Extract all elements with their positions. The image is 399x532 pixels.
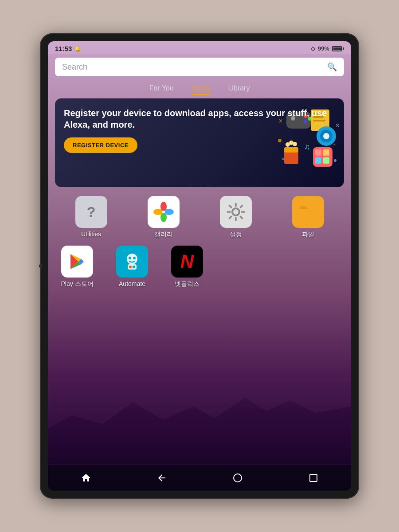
register-card: Register your device to download apps, a… xyxy=(55,98,344,187)
nav-recents-button[interactable] xyxy=(229,469,246,487)
notification-icon: 🔔 xyxy=(74,46,81,52)
gallery-label: 갤러리 xyxy=(154,231,173,239)
tab-for-you[interactable]: For You xyxy=(149,84,174,94)
search-bar[interactable]: Search 🔍 xyxy=(55,58,344,76)
nav-home-button[interactable] xyxy=(77,469,95,487)
app-grid-row-2: Play 스토어 xyxy=(48,246,351,288)
status-right: ◇ 99% xyxy=(311,45,344,52)
svg-point-49 xyxy=(234,474,242,482)
files-label: 파일 xyxy=(302,231,314,239)
app-automate[interactable]: Automate xyxy=(110,246,154,288)
battery-icon xyxy=(332,46,344,51)
automate-label: Automate xyxy=(119,280,145,287)
automate-icon xyxy=(116,246,148,278)
app-netflix[interactable]: N 넷플릭스 xyxy=(165,246,209,288)
svg-point-35 xyxy=(162,211,165,213)
svg-point-48 xyxy=(133,266,135,268)
app-gallery[interactable]: 갤러리 xyxy=(141,196,186,239)
nav-tabs: For You Home Library xyxy=(48,82,351,98)
svg-point-34 xyxy=(153,209,163,215)
netflix-label: 넷플릭스 xyxy=(175,280,200,288)
svg-point-44 xyxy=(129,257,131,259)
search-icon[interactable]: 🔍 xyxy=(327,62,337,72)
app-grid-row-1: ? Utilities 갤러리 xyxy=(48,196,351,239)
netflix-icon: N xyxy=(171,246,203,278)
tablet-screen: 11:53 🔔 ◇ 99% Search 🔍 For You xyxy=(48,41,351,491)
nav-overview-button[interactable] xyxy=(305,469,322,487)
app-utilities[interactable]: ? Utilities xyxy=(69,196,113,239)
register-title: Register your device to download apps, a… xyxy=(64,107,335,130)
status-bar: 11:53 🔔 ◇ 99% xyxy=(48,41,351,54)
svg-point-36 xyxy=(232,208,239,215)
svg-text:✕: ✕ xyxy=(335,122,340,129)
app-settings[interactable]: 설정 xyxy=(214,196,258,239)
gallery-icon xyxy=(148,196,180,228)
tab-library[interactable]: Library xyxy=(228,84,250,94)
battery-percent: 99% xyxy=(318,45,329,52)
register-text-section: Register your device to download apps, a… xyxy=(64,107,335,178)
tablet-device: 11:53 🔔 ◇ 99% Search 🔍 For You xyxy=(40,33,359,499)
status-left: 11:53 🔔 xyxy=(55,45,81,52)
playstore-label: Play 스토어 xyxy=(61,280,93,288)
search-placeholder: Search xyxy=(62,63,87,72)
bottom-nav-bar xyxy=(48,465,351,491)
tab-home[interactable]: Home xyxy=(192,84,211,94)
utilities-label: Utilities xyxy=(81,231,101,238)
time-display: 11:53 xyxy=(55,45,72,52)
files-icon xyxy=(292,196,324,228)
app-playstore[interactable]: Play 스토어 xyxy=(55,246,99,288)
register-device-button[interactable]: REGISTER DEVICE xyxy=(64,137,137,153)
settings-label: 설정 xyxy=(230,231,242,239)
svg-rect-50 xyxy=(310,474,317,481)
app-files[interactable]: 파일 xyxy=(286,196,330,239)
wifi-icon: ◇ xyxy=(311,45,315,52)
svg-point-45 xyxy=(133,257,136,259)
playstore-icon xyxy=(61,246,93,278)
nav-back-button[interactable] xyxy=(153,469,171,487)
utilities-icon: ? xyxy=(75,196,107,228)
settings-icon xyxy=(220,196,252,228)
svg-point-47 xyxy=(129,266,132,268)
